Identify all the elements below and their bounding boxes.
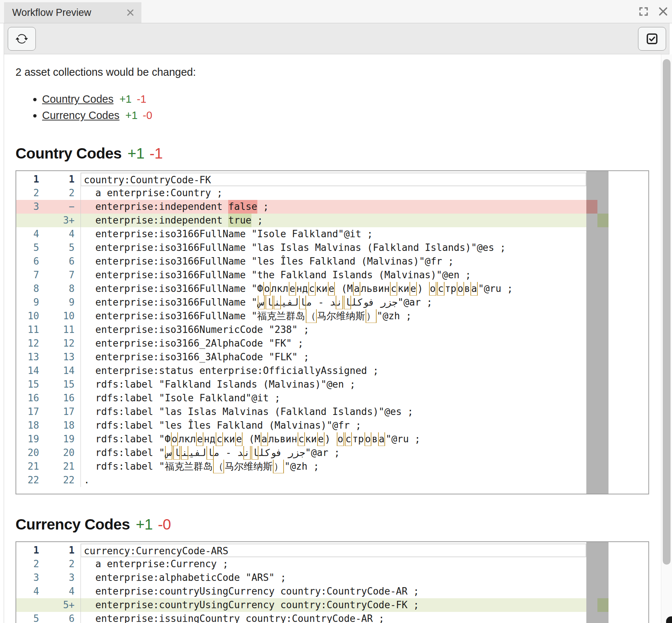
tab-close-icon[interactable] [126,8,135,17]
new-line-number: 7 [49,268,80,282]
diff-rows: 11currency:CurrencyCode-ARS22 a enterpri… [16,542,648,623]
old-line-number: 13 [16,350,49,364]
ambiguous-unicode-highlight: с [216,432,223,446]
code-line: rdfs:label "Isole Falkland"@it ; [80,391,586,405]
close-icon[interactable] [658,6,668,17]
old-line-number: 17 [16,405,49,419]
code-line: country:CountryCode-FK [80,173,586,186]
ambiguous-unicode-highlight: ا [299,296,306,309]
code-line: currency:CurrencyCode-ARS [80,544,586,557]
code-line: rdfs:label "Фолклендские (Мальвинские) о… [80,432,586,446]
ambiguous-unicode-highlight: （ [306,309,317,323]
collection-link-country-codes[interactable]: Country Codes [42,93,113,105]
new-line-number: 10 [49,309,80,323]
code-line: rdfs:label "福克兰群岛（马尔维纳斯）"@zh ; [80,460,586,473]
removed-count: -1 [150,145,162,162]
ambiguous-unicode-highlight: ا [251,446,259,460]
checkbox-checked-icon [645,32,659,45]
diff-viewer: 11country:CountryCode-FK22 a enterprise:… [16,170,649,494]
code-line: enterprise:iso3166FullName "福克兰群岛（马尔维纳斯）… [80,309,586,323]
added-count: +1 [126,109,138,121]
old-line-number: 18 [16,419,49,432]
added-count: +1 [127,145,144,162]
overview-ruler [586,542,608,623]
old-line-number: 6 [16,255,49,268]
old-line-number: 1 [16,544,49,557]
tab-workflow-preview[interactable]: Workflow Preview [4,2,141,23]
list-item: Currency Codes+1-0 [42,107,669,123]
diff-row: 2121 rdfs:label "福克兰群岛（马尔维纳斯）"@zh ; [16,460,586,473]
ambiguous-unicode-highlight: ن [181,446,188,460]
diff-row: 55 enterprise:iso3166FullName "las Islas… [16,241,586,255]
ambiguous-unicode-highlight: е [235,432,243,446]
section-currency-codes: Currency Codes+1-0 11currency:CurrencyCo… [16,516,669,623]
diff-row: 11currency:CurrencyCode-ARS [16,544,586,557]
refresh-icon [16,33,28,45]
code-line: rdfs:label "جزر فوكلاند - مالفيناس"@ar ; [80,446,586,460]
old-line-number: 2 [16,557,49,571]
new-line-number: 8 [49,282,80,296]
old-line-number: 15 [16,378,49,391]
code-line: enterprise:status enterprise:OfficiallyA… [80,364,586,378]
diff-row: 33 enterprise:alphabeticCode "ARS" ; [16,571,586,585]
page-scrollbar-thumb[interactable] [663,59,671,565]
toolbar [4,23,669,54]
new-line-number: 1 [49,544,80,557]
ambiguous-unicode-highlight: س [258,296,265,309]
ambiguous-unicode-highlight: с [298,432,305,446]
ambiguous-unicode-highlight: о [263,282,271,296]
tab-bar: Workflow Preview [0,0,672,23]
removed-count: -0 [158,516,171,533]
ambiguous-unicode-highlight: ن [243,446,251,460]
new-line-number: 20 [49,446,80,460]
new-line-number: 3 [49,571,80,585]
collection-link-currency-codes[interactable]: Currency Codes [42,109,120,121]
diff-row: 1717 rdfs:label "las Islas Malvinas (Fal… [16,405,586,419]
code-line: enterprise:iso3166NumericCode "238" ; [80,323,586,337]
ambiguous-unicode-highlight: о [364,432,372,446]
old-line-number: 3 [16,571,49,585]
section-title: Currency Codes [16,516,130,533]
new-line-number: 22 [49,473,80,487]
old-line-number: 22 [16,473,49,487]
new-line-number: 2 [49,186,80,200]
code-line: enterprise:iso3166FullName "les Îles Fal… [80,255,586,268]
ambiguous-unicode-highlight: ا [344,296,351,309]
list-item: Country Codes+1-1 [42,91,669,107]
diff-row: 5+ enterprise:countryUsingCurrency count… [16,598,586,612]
code-line: enterprise:iso3166_2AlphaCode "FK" ; [80,337,586,350]
diff-row: 44 enterprise:iso3166FullName "Isole Fal… [16,227,586,241]
added-change-marker [597,214,608,227]
collection-list: Country Codes+1-1 Currency Codes+1-0 [16,91,669,123]
diff-row: 1313 enterprise:iso3166_3AlphaCode "FLK"… [16,350,586,364]
old-line-number: 5 [16,241,49,255]
removed-change-marker [586,200,597,214]
ambiguous-unicode-highlight: ） [273,460,284,473]
ambiguous-unicode-highlight: а [378,432,385,446]
new-line-number: 17 [49,405,80,419]
code-line: a enterprise:Currency ; [80,557,586,571]
refresh-button[interactable] [8,27,36,51]
old-line-number: 12 [16,337,49,350]
confirm-button[interactable] [638,27,666,51]
ambiguous-unicode-highlight: с [345,432,352,446]
diff-row: 88 enterprise:iso3166FullName "Фолклендс… [16,282,586,296]
ambiguous-unicode-highlight: о [171,432,178,446]
old-line-number: 21 [16,460,49,473]
removed-count: -0 [143,109,152,121]
new-line-number: 15 [49,378,80,391]
code-line: . [80,473,586,487]
old-line-number: 19 [16,432,49,446]
code-line: enterprise:issuingCountry country:Countr… [80,612,586,623]
page-scrollbar-track[interactable] [661,54,672,623]
ambiguous-unicode-highlight: е [409,282,417,296]
section-country-codes: Country Codes+1-1 11country:CountryCode-… [16,145,669,494]
changed-word-highlight: false [228,200,257,214]
new-line-number: − [49,200,80,214]
diff-row: 1111 enterprise:iso3166NumericCode "238"… [16,323,586,337]
code-line: rdfs:label "Falkland Islands (Malvinas)"… [80,378,586,391]
new-line-number: 13 [49,350,80,364]
fullscreen-icon[interactable] [639,7,648,16]
overview-ruler [586,171,608,494]
ambiguous-unicode-highlight: с [437,282,445,296]
